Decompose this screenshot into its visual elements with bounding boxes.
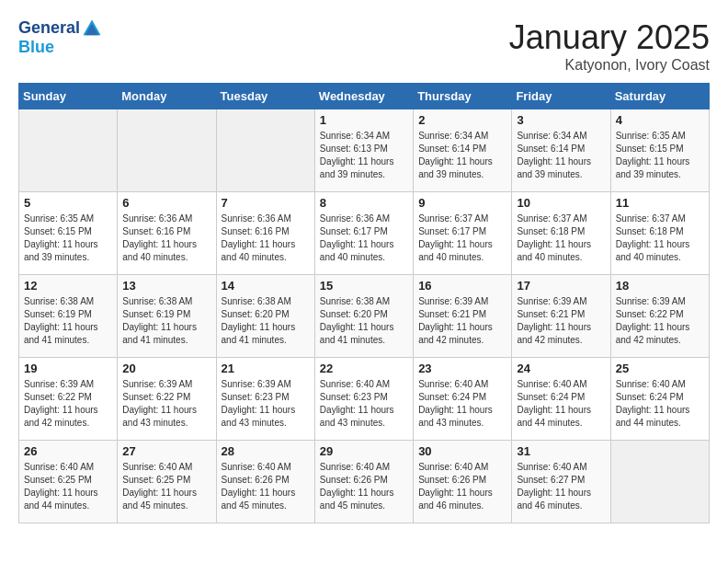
day-of-week-saturday: Saturday	[610, 84, 709, 109]
day-number: 6	[122, 196, 210, 210]
day-info: Sunrise: 6:40 AMSunset: 6:24 PMDaylight:…	[616, 378, 704, 430]
day-info: Sunrise: 6:39 AMSunset: 6:21 PMDaylight:…	[418, 295, 506, 347]
day-number: 30	[418, 444, 506, 458]
day-cell: 17Sunrise: 6:39 AMSunset: 6:21 PMDayligh…	[512, 275, 610, 358]
day-info: Sunrise: 6:38 AMSunset: 6:19 PMDaylight:…	[122, 295, 210, 347]
day-of-week-sunday: Sunday	[19, 84, 118, 109]
day-number: 25	[616, 362, 704, 375]
day-info: Sunrise: 6:36 AMSunset: 6:16 PMDaylight:…	[222, 213, 310, 264]
week-row-1: 1Sunrise: 6:34 AMSunset: 6:13 PMDaylight…	[19, 109, 710, 192]
day-info: Sunrise: 6:37 AMSunset: 6:17 PMDaylight:…	[418, 213, 506, 264]
day-info: Sunrise: 6:35 AMSunset: 6:15 PMDaylight:…	[616, 130, 704, 181]
day-cell: 5Sunrise: 6:35 AMSunset: 6:15 PMDaylight…	[19, 192, 118, 275]
day-info: Sunrise: 6:40 AMSunset: 6:26 PMDaylight:…	[222, 461, 310, 512]
day-number: 22	[320, 362, 408, 375]
week-row-4: 19Sunrise: 6:39 AMSunset: 6:22 PMDayligh…	[19, 358, 710, 441]
day-info: Sunrise: 6:40 AMSunset: 6:24 PMDaylight:…	[418, 378, 506, 430]
day-cell: 22Sunrise: 6:40 AMSunset: 6:23 PMDayligh…	[314, 358, 413, 441]
week-row-5: 26Sunrise: 6:40 AMSunset: 6:25 PMDayligh…	[19, 441, 710, 523]
day-info: Sunrise: 6:37 AMSunset: 6:18 PMDaylight:…	[517, 213, 605, 264]
day-cell: 3Sunrise: 6:34 AMSunset: 6:14 PMDaylight…	[512, 109, 610, 192]
day-number: 8	[320, 196, 408, 210]
day-number: 16	[418, 279, 506, 293]
day-info: Sunrise: 6:40 AMSunset: 6:25 PMDaylight:…	[24, 461, 112, 512]
day-number: 4	[616, 113, 704, 127]
day-info: Sunrise: 6:36 AMSunset: 6:16 PMDaylight:…	[122, 213, 210, 264]
day-cell: 16Sunrise: 6:39 AMSunset: 6:21 PMDayligh…	[414, 275, 512, 358]
day-number: 10	[517, 196, 605, 210]
day-cell	[118, 109, 216, 192]
day-info: Sunrise: 6:39 AMSunset: 6:22 PMDaylight:…	[24, 378, 112, 430]
day-number: 27	[122, 444, 210, 458]
day-number: 31	[517, 444, 605, 458]
day-cell: 28Sunrise: 6:40 AMSunset: 6:26 PMDayligh…	[216, 441, 314, 523]
day-number: 20	[122, 362, 210, 375]
day-number: 29	[320, 444, 408, 458]
day-info: Sunrise: 6:40 AMSunset: 6:27 PMDaylight:…	[517, 461, 605, 512]
day-cell: 30Sunrise: 6:40 AMSunset: 6:26 PMDayligh…	[414, 441, 512, 523]
day-info: Sunrise: 6:40 AMSunset: 6:25 PMDaylight:…	[122, 461, 210, 512]
day-info: Sunrise: 6:39 AMSunset: 6:23 PMDaylight:…	[222, 378, 310, 430]
day-number: 23	[418, 362, 506, 375]
day-info: Sunrise: 6:38 AMSunset: 6:19 PMDaylight:…	[24, 295, 112, 347]
day-cell: 18Sunrise: 6:39 AMSunset: 6:22 PMDayligh…	[610, 275, 709, 358]
day-number: 21	[222, 362, 310, 375]
day-number: 18	[616, 279, 704, 293]
day-info: Sunrise: 6:39 AMSunset: 6:22 PMDaylight:…	[122, 378, 210, 430]
week-row-2: 5Sunrise: 6:35 AMSunset: 6:15 PMDaylight…	[19, 192, 710, 275]
day-of-week-tuesday: Tuesday	[216, 84, 314, 109]
day-cell: 8Sunrise: 6:36 AMSunset: 6:17 PMDaylight…	[314, 192, 413, 275]
day-cell: 19Sunrise: 6:39 AMSunset: 6:22 PMDayligh…	[19, 358, 118, 441]
day-info: Sunrise: 6:38 AMSunset: 6:20 PMDaylight:…	[222, 295, 310, 347]
day-of-week-wednesday: Wednesday	[314, 84, 413, 109]
day-number: 9	[418, 196, 506, 210]
day-number: 5	[24, 196, 112, 210]
day-cell: 27Sunrise: 6:40 AMSunset: 6:25 PMDayligh…	[118, 441, 216, 523]
day-cell: 14Sunrise: 6:38 AMSunset: 6:20 PMDayligh…	[216, 275, 314, 358]
day-cell: 10Sunrise: 6:37 AMSunset: 6:18 PMDayligh…	[512, 192, 610, 275]
day-cell: 29Sunrise: 6:40 AMSunset: 6:26 PMDayligh…	[314, 441, 413, 523]
day-number: 13	[122, 279, 210, 293]
day-cell: 1Sunrise: 6:34 AMSunset: 6:13 PMDaylight…	[314, 109, 413, 192]
day-cell: 9Sunrise: 6:37 AMSunset: 6:17 PMDaylight…	[414, 192, 512, 275]
day-info: Sunrise: 6:39 AMSunset: 6:22 PMDaylight:…	[616, 295, 704, 347]
day-number: 17	[517, 279, 605, 293]
day-cell: 13Sunrise: 6:38 AMSunset: 6:19 PMDayligh…	[118, 275, 216, 358]
day-info: Sunrise: 6:36 AMSunset: 6:17 PMDaylight:…	[320, 213, 408, 264]
day-info: Sunrise: 6:39 AMSunset: 6:21 PMDaylight:…	[517, 295, 605, 347]
week-row-3: 12Sunrise: 6:38 AMSunset: 6:19 PMDayligh…	[19, 275, 710, 358]
day-cell	[216, 109, 314, 192]
day-cell: 23Sunrise: 6:40 AMSunset: 6:24 PMDayligh…	[414, 358, 512, 441]
day-info: Sunrise: 6:40 AMSunset: 6:24 PMDaylight:…	[517, 378, 605, 430]
logo-text: General	[18, 18, 102, 39]
day-number: 2	[418, 113, 506, 127]
day-cell: 25Sunrise: 6:40 AMSunset: 6:24 PMDayligh…	[610, 358, 709, 441]
day-of-week-thursday: Thursday	[414, 84, 512, 109]
day-number: 19	[24, 362, 112, 375]
day-number: 3	[517, 113, 605, 127]
day-number: 15	[320, 279, 408, 293]
day-info: Sunrise: 6:37 AMSunset: 6:18 PMDaylight:…	[616, 213, 704, 264]
day-info: Sunrise: 6:40 AMSunset: 6:26 PMDaylight:…	[418, 461, 506, 512]
calendar-table: SundayMondayTuesdayWednesdayThursdayFrid…	[18, 83, 710, 523]
days-of-week-row: SundayMondayTuesdayWednesdayThursdayFrid…	[19, 84, 710, 109]
day-cell: 26Sunrise: 6:40 AMSunset: 6:25 PMDayligh…	[19, 441, 118, 523]
day-info: Sunrise: 6:34 AMSunset: 6:13 PMDaylight:…	[320, 130, 408, 181]
day-number: 7	[222, 196, 310, 210]
day-cell: 11Sunrise: 6:37 AMSunset: 6:18 PMDayligh…	[610, 192, 709, 275]
day-number: 26	[24, 444, 112, 458]
day-info: Sunrise: 6:35 AMSunset: 6:15 PMDaylight:…	[24, 213, 112, 264]
day-cell: 7Sunrise: 6:36 AMSunset: 6:16 PMDaylight…	[216, 192, 314, 275]
day-cell: 6Sunrise: 6:36 AMSunset: 6:16 PMDaylight…	[118, 192, 216, 275]
day-cell: 21Sunrise: 6:39 AMSunset: 6:23 PMDayligh…	[216, 358, 314, 441]
day-number: 1	[320, 113, 408, 127]
day-info: Sunrise: 6:34 AMSunset: 6:14 PMDaylight:…	[517, 130, 605, 181]
day-cell: 4Sunrise: 6:35 AMSunset: 6:15 PMDaylight…	[610, 109, 709, 192]
day-info: Sunrise: 6:40 AMSunset: 6:23 PMDaylight:…	[320, 378, 408, 430]
day-of-week-monday: Monday	[118, 84, 216, 109]
logo-blue: Blue	[18, 39, 102, 57]
page-header: General Blue January 2025 Katyonon, Ivor…	[18, 18, 710, 74]
title-block: January 2025 Katyonon, Ivory Coast	[509, 18, 710, 74]
day-cell	[19, 109, 118, 192]
day-cell: 20Sunrise: 6:39 AMSunset: 6:22 PMDayligh…	[118, 358, 216, 441]
